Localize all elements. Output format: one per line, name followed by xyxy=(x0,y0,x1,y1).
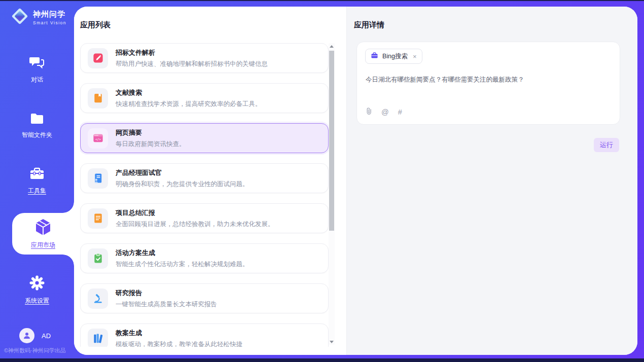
mention-icon[interactable]: @ xyxy=(381,108,389,116)
paperclip-icon[interactable] xyxy=(366,107,372,117)
app-window: 神州问学 Smart Vision 对话 智能文件夹 xyxy=(0,0,644,362)
app-card-web-summary-selected[interactable]: </> 网页摘要 每日政府新闻资讯快查。 xyxy=(80,123,329,153)
app-card-description: 智能生成个性化活动方案，轻松解决规划难题。 xyxy=(116,260,249,269)
briefcase-icon xyxy=(371,52,378,61)
app-card-title: 项目总结汇报 xyxy=(116,208,274,218)
sidebar-item-toolset[interactable]: 工具集 xyxy=(0,167,74,195)
folder-icon xyxy=(30,113,44,127)
sidebar-item-label: 工具集 xyxy=(28,187,46,195)
brand-subtitle: Smart Vision xyxy=(33,20,66,25)
sidebar-item-label: 系统设置 xyxy=(25,297,49,305)
app-card-research-report[interactable]: 研究报告 一键智能生成高质量长文本研究报告 xyxy=(80,283,329,313)
app-card-bid-document-parsing[interactable]: 招标文件解析 帮助用户快速、准确地理解和解析招标书中的关键信息 xyxy=(80,43,329,73)
window-top-edge xyxy=(0,0,644,1)
app-card-title: 文献搜索 xyxy=(116,88,262,97)
app-card-description: 快速精准查找学术资源，提高研究效率的必备工具。 xyxy=(116,100,262,108)
clipboard-check-icon xyxy=(88,248,108,269)
app-card-description: 每日政府新闻资讯快查。 xyxy=(116,140,186,149)
sidebar-item-label: 对话 xyxy=(31,76,43,84)
browser-code-icon: </> xyxy=(88,128,108,149)
run-button[interactable]: 运行 xyxy=(594,138,619,152)
tag-close-icon[interactable]: × xyxy=(413,53,417,60)
app-list-scrollbar[interactable] xyxy=(329,43,335,345)
app-card-description: 明确身份和职责，为您提供专业性的面试问题。 xyxy=(116,180,249,189)
cube-icon xyxy=(34,218,52,238)
sidebar-item-label: 应用市场 xyxy=(31,241,55,249)
triangle-down-icon xyxy=(330,341,334,343)
toolbox-icon xyxy=(29,167,45,183)
chat-icon xyxy=(29,56,45,71)
gear-icon xyxy=(29,275,45,293)
app-card-lesson-plan[interactable]: 教案生成 模板驱动，教案秒成，教学准备从此轻松快捷 xyxy=(80,323,329,347)
prompt-input-card[interactable]: Bing搜索 × 今日湖北有哪些新闻要点？有哪些需要关注的最新政策？ @ # xyxy=(356,42,620,125)
tool-tag-label: Bing搜索 xyxy=(382,52,408,61)
app-card-description: 模板驱动，教案秒成，教学准备从此轻松快捷 xyxy=(116,340,242,347)
avatar[interactable] xyxy=(19,328,34,343)
app-card-title: 活动方案生成 xyxy=(116,248,249,258)
user-initials: AD xyxy=(42,332,51,340)
person-icon xyxy=(23,332,31,340)
sidebar-item-app-market-active[interactable]: 应用市场 xyxy=(12,213,74,255)
sidebar-item-label: 智能文件夹 xyxy=(22,131,52,139)
microscope-icon xyxy=(88,288,108,309)
app-list-title: 应用列表 xyxy=(80,20,111,30)
sidebar-item-chat[interactable]: 对话 xyxy=(0,56,74,84)
app-card-title: 网页摘要 xyxy=(116,128,186,137)
edit-document-icon xyxy=(88,48,108,68)
scroll-down-button[interactable] xyxy=(329,339,335,345)
app-card-list: 招标文件解析 帮助用户快速、准确地理解和解析招标书中的关键信息 文献搜索 快速精… xyxy=(80,43,329,347)
sidebar-item-smart-folder[interactable]: 智能文件夹 xyxy=(0,113,74,139)
book-icon xyxy=(88,88,108,108)
app-detail-title: 应用详情 xyxy=(354,20,384,30)
app-card-title: 招标文件解析 xyxy=(116,48,268,57)
user-account[interactable]: AD xyxy=(19,328,51,343)
app-card-title: 产品经理面试官 xyxy=(116,168,249,177)
app-card-title: 教案生成 xyxy=(116,329,242,338)
app-card-description: 全面回顾项目进展，总结经验教训，助力未来优化发展。 xyxy=(116,220,274,229)
app-detail-panel: 应用详情 Bing搜索 × 今日湖北有哪些新闻要点？有哪些需要关注的最新政策？ xyxy=(346,7,637,355)
attachment-toolbar: @ # xyxy=(366,107,402,117)
brand-text: 神州问学 Smart Vision xyxy=(33,10,66,25)
triangle-up-icon xyxy=(330,45,334,48)
sidebar-item-system-settings[interactable]: 系统设置 xyxy=(0,275,74,305)
hash-icon[interactable]: # xyxy=(398,108,402,116)
app-list-panel: 应用列表 招标文件解析 帮助用户快速、准确地理解和解析招标书中的关键信息 xyxy=(74,7,346,355)
sidebar: 神州问学 Smart Vision 对话 智能文件夹 xyxy=(0,0,74,362)
brand-title: 神州问学 xyxy=(33,10,66,19)
window-bottom-edge xyxy=(0,358,644,362)
app-card-pm-interviewer[interactable]: 产品经理面试官 明确身份和职责，为您提供专业性的面试问题。 xyxy=(80,163,329,193)
app-card-project-summary[interactable]: 项目总结汇报 全面回顾项目进展，总结经验教训，助力未来优化发展。 xyxy=(80,203,329,233)
app-card-event-plan[interactable]: 活动方案生成 智能生成个性化活动方案，轻松解决规划难题。 xyxy=(80,243,329,273)
report-document-icon xyxy=(88,208,108,229)
app-card-description: 一键智能生成高质量长文本研究报告 xyxy=(116,300,217,309)
prompt-text[interactable]: 今日湖北有哪些新闻要点？有哪些需要关注的最新政策？ xyxy=(366,76,609,84)
interviewer-document-icon xyxy=(88,168,108,189)
app-card-description: 帮助用户快速、准确地理解和解析招标书中的关键信息 xyxy=(116,60,268,68)
copyright-text: ©神州数码·神州问学出品 xyxy=(4,347,66,354)
tool-tag-bing-search[interactable]: Bing搜索 × xyxy=(365,49,422,64)
books-icon xyxy=(88,329,108,347)
app-card-literature-search[interactable]: 文献搜索 快速精准查找学术资源，提高研究效率的必备工具。 xyxy=(80,83,329,113)
app-card-title: 研究报告 xyxy=(116,288,217,298)
diamond-logo-icon xyxy=(10,7,29,28)
brand-logo: 神州问学 Smart Vision xyxy=(10,7,66,28)
svg-text:</>: </> xyxy=(95,137,100,141)
main-container: 应用列表 招标文件解析 帮助用户快速、准确地理解和解析招标书中的关键信息 xyxy=(74,7,637,355)
scrollbar-thumb[interactable] xyxy=(329,51,334,231)
scroll-up-button[interactable] xyxy=(329,43,335,49)
